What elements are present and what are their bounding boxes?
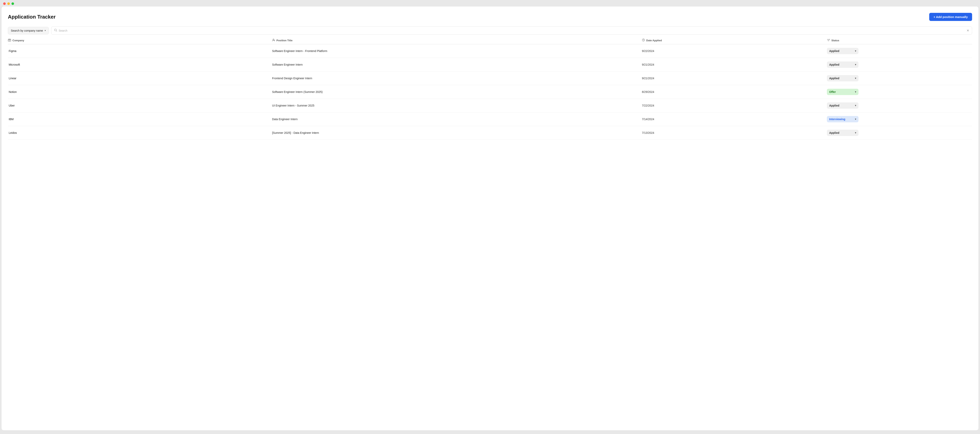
status-dropdown[interactable]: Applied ▾	[827, 62, 859, 68]
filter-icon	[827, 39, 830, 42]
cell-status: Applied ▾	[827, 102, 972, 109]
cell-date: 9/21/2024	[642, 63, 827, 66]
cell-status: Applied ▾	[827, 75, 972, 81]
col-position-label: Position Title	[277, 39, 293, 42]
header: Application Tracker + Add position manua…	[8, 13, 972, 21]
col-company-label: Company	[13, 39, 24, 42]
search-filter-label: Search by company name	[11, 29, 43, 32]
cell-date: 7/13/2024	[642, 131, 827, 134]
status-label: Applied	[829, 131, 839, 134]
svg-line-1	[56, 31, 57, 32]
chevron-down-icon: ▾	[855, 118, 856, 121]
table-row: Uber UI Engineer Intern - Summer 2025 7/…	[8, 99, 972, 113]
clock-icon	[642, 38, 645, 42]
cell-date: 7/22/2024	[642, 104, 827, 107]
table-row: Microsoft Software Engineer Intern 9/21/…	[8, 58, 972, 72]
col-header-date: Date Applied	[642, 38, 827, 42]
table-container: Company Position Title	[8, 38, 972, 140]
cell-date: 9/21/2024	[642, 77, 827, 80]
clear-search-button[interactable]: ✕	[967, 29, 969, 32]
title-bar	[0, 0, 980, 6]
chevron-down-icon: ▾	[855, 49, 856, 52]
svg-line-11	[643, 40, 644, 41]
cell-position: Frontend Design Engineer Intern	[272, 77, 642, 80]
status-dropdown[interactable]: Applied ▾	[827, 48, 859, 54]
search-filter-button[interactable]: Search by company name ▾	[8, 27, 49, 34]
cell-position: Software Engineer Intern (Summer 2025)	[272, 90, 642, 94]
cell-status: Offer ▾	[827, 89, 972, 95]
table-row: Figma Software Engineer Intern - Fronten…	[8, 44, 972, 58]
table-row: IBM Data Engineer Intern 7/14/2024 Inter…	[8, 113, 972, 126]
cell-status: Applied ▾	[827, 130, 972, 136]
col-header-company: Company	[8, 38, 272, 42]
toolbar: Search by company name ▾ ✕	[8, 27, 972, 35]
col-status-label: Status	[831, 39, 839, 42]
cell-date: 7/14/2024	[642, 118, 827, 121]
status-dropdown[interactable]: Applied ▾	[827, 75, 859, 81]
cell-date: 8/29/2024	[642, 90, 827, 94]
status-dropdown[interactable]: Interviewing ▾	[827, 116, 859, 122]
table-header: Company Position Title	[8, 38, 972, 44]
table-body: Figma Software Engineer Intern - Fronten…	[8, 44, 972, 140]
cell-status: Interviewing ▾	[827, 116, 972, 122]
cell-position: Data Engineer Intern	[272, 118, 642, 121]
table-row: Leidos [Summer 2025] - Data Engineer Int…	[8, 126, 972, 140]
cell-company: Uber	[8, 104, 272, 107]
person-icon	[272, 39, 275, 42]
add-position-button[interactable]: + Add position manually	[929, 13, 972, 21]
cell-company: Leidos	[8, 131, 272, 134]
cell-position: [Summer 2025] - Data Engineer Intern	[272, 131, 642, 134]
app-container: Application Tracker + Add position manua…	[2, 6, 978, 430]
col-header-status: Status	[827, 38, 972, 42]
cell-status: Applied ▾	[827, 48, 972, 54]
cell-company: IBM	[8, 118, 272, 121]
status-label: Applied	[829, 104, 839, 107]
status-label: Applied	[829, 49, 839, 52]
table-row: Linear Frontend Design Engineer Intern 9…	[8, 72, 972, 85]
chevron-down-icon: ▾	[855, 104, 856, 107]
svg-point-6	[273, 39, 274, 40]
chevron-down-icon: ▾	[855, 77, 856, 79]
search-icon	[54, 29, 57, 32]
svg-rect-3	[9, 39, 10, 40]
company-icon	[8, 39, 11, 42]
chevron-down-icon: ▾	[855, 132, 856, 134]
chevron-down-icon: ▾	[45, 29, 46, 32]
search-input[interactable]	[59, 29, 965, 32]
cell-position: UI Engineer Intern - Summer 2025	[272, 104, 642, 107]
chevron-down-icon: ▾	[855, 91, 856, 93]
cell-status: Applied ▾	[827, 62, 972, 68]
maximize-button[interactable]	[11, 2, 14, 5]
chevron-down-icon: ▾	[855, 63, 856, 66]
close-button[interactable]	[3, 2, 6, 5]
cell-company: Microsoft	[8, 63, 272, 66]
status-dropdown[interactable]: Offer ▾	[827, 89, 859, 95]
status-dropdown[interactable]: Applied ▾	[827, 130, 859, 136]
cell-company: Figma	[8, 49, 272, 52]
cell-position: Software Engineer Intern - Frontend Plat…	[272, 49, 642, 52]
status-label: Applied	[829, 63, 839, 66]
col-header-position: Position Title	[272, 38, 642, 42]
minimize-button[interactable]	[7, 2, 10, 5]
col-date-label: Date Applied	[646, 39, 662, 42]
status-label: Offer	[829, 90, 836, 94]
search-wrapper: ✕	[51, 27, 972, 35]
svg-line-15	[829, 39, 830, 40]
status-dropdown[interactable]: Applied ▾	[827, 102, 859, 109]
cell-position: Software Engineer Intern	[272, 63, 642, 66]
status-label: Interviewing	[829, 118, 845, 121]
status-label: Applied	[829, 77, 839, 80]
app-title: Application Tracker	[8, 14, 56, 20]
cell-company: Notion	[8, 90, 272, 94]
cell-company: Linear	[8, 77, 272, 80]
table-row: Notion Software Engineer Intern (Summer …	[8, 85, 972, 99]
cell-date: 9/22/2024	[642, 49, 827, 52]
